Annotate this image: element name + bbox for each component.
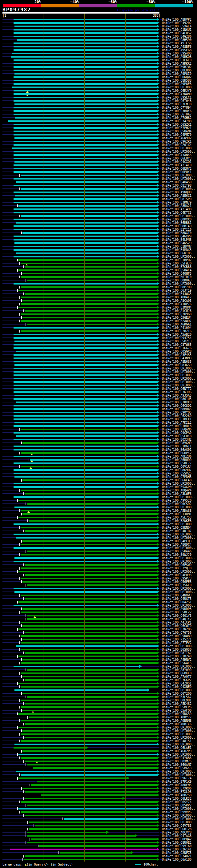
alignment-arrow-icon[interactable]	[106, 831, 109, 834]
alignment-arrow-icon[interactable]	[157, 804, 159, 807]
subject-label[interactable]: UniRef100_Q28ZI6	[162, 330, 192, 333]
alignment-bar[interactable]	[19, 571, 157, 572]
alignment-arrow-icon[interactable]	[157, 719, 159, 722]
subject-label[interactable]: UniRef100_Q5SVZ5	[162, 472, 192, 475]
alignment-arrow-icon[interactable]	[157, 455, 159, 458]
alignment-bar[interactable]	[21, 188, 157, 190]
subject-label[interactable]: UniRef100_A8CA03	[162, 299, 192, 302]
subject-label[interactable]: UniRef100_C6JT19	[162, 289, 192, 292]
subject-label[interactable]: UniRef100_A0BNM8	[162, 719, 192, 722]
alignment-arrow-icon[interactable]	[157, 509, 159, 512]
alignment-bar[interactable]	[13, 90, 157, 91]
subject-label[interactable]: UniRef100_Q90YQ5	[162, 411, 192, 414]
alignment-arrow-icon[interactable]	[157, 126, 159, 129]
alignment-bar[interactable]	[16, 771, 157, 772]
subject-label[interactable]: UniRef100_UPI000..	[162, 753, 195, 756]
alignment-arrow-icon[interactable]	[157, 505, 159, 509]
alignment-arrow-icon[interactable]	[157, 624, 159, 627]
alignment-bar[interactable]	[21, 320, 157, 322]
alignment-arrow-icon[interactable]	[157, 716, 159, 719]
alignment-bar[interactable]	[14, 476, 157, 477]
alignment-arrow-icon[interactable]	[157, 65, 159, 68]
alignment-arrow-icon[interactable]	[157, 526, 159, 529]
alignment-bar[interactable]	[14, 557, 157, 559]
alignment-bar[interactable]	[23, 787, 157, 789]
alignment-bar[interactable]	[13, 469, 157, 471]
subject-label[interactable]: UniRef100_UPI000..	[162, 729, 195, 733]
subject-label[interactable]: UniRef100_UPI000..	[162, 736, 195, 739]
alignment-arrow-icon[interactable]	[157, 699, 159, 702]
alignment-arrow-icon[interactable]	[157, 221, 159, 224]
subject-label[interactable]: UniRef100_A8N6S5	[162, 360, 192, 363]
alignment-bar[interactable]	[14, 242, 157, 244]
alignment-arrow-icon[interactable]	[157, 519, 159, 522]
alignment-arrow-icon[interactable]	[157, 424, 159, 427]
alignment-bar[interactable]	[23, 300, 157, 302]
alignment-arrow-icon[interactable]	[157, 428, 159, 431]
subject-label[interactable]: UniRef100_C5MFP6	[162, 706, 192, 709]
alignment-arrow-icon[interactable]	[157, 191, 159, 194]
subject-label[interactable]: UniRef100_A2I498	[162, 208, 192, 211]
alignment-arrow-icon[interactable]	[157, 584, 159, 587]
alignment-arrow-icon[interactable]	[157, 658, 159, 661]
alignment-arrow-icon[interactable]	[157, 594, 159, 597]
alignment-arrow-icon[interactable]	[157, 174, 159, 177]
subject-label[interactable]: UniRef100_Q2NFZ3	[162, 851, 192, 855]
alignment-arrow-icon[interactable]	[157, 69, 159, 72]
subject-label[interactable]: UniRef100_Q4PFQ3	[162, 539, 192, 543]
subject-label[interactable]: UniRef100_Q8SRP2	[162, 804, 192, 807]
alignment-arrow-icon[interactable]	[157, 163, 159, 166]
subject-label[interactable]: UniRef100_B7GB86	[162, 265, 192, 269]
subject-label[interactable]: UniRef100_Q3HRY6	[162, 109, 192, 113]
alignment-arrow-icon[interactable]	[157, 319, 159, 322]
subject-label[interactable]: UniRef100_C1BPU2	[162, 258, 192, 262]
alignment-arrow-icon[interactable]	[157, 404, 159, 407]
alignment-bar[interactable]	[19, 754, 157, 755]
alignment-arrow-icon[interactable]	[157, 820, 159, 824]
alignment-arrow-icon[interactable]	[157, 394, 159, 397]
subject-label[interactable]: UniRef100_UPI000..	[162, 177, 195, 180]
subject-label[interactable]: UniRef100_O94754	[162, 336, 192, 340]
alignment-arrow-icon[interactable]	[157, 136, 159, 140]
alignment-arrow-icon[interactable]	[157, 550, 159, 553]
alignment-arrow-icon[interactable]	[157, 18, 159, 21]
alignment-bar[interactable]	[16, 537, 157, 538]
subject-label[interactable]: UniRef100_Q4H450	[162, 180, 192, 184]
subject-label[interactable]: UniRef100_C9SP73	[162, 577, 192, 580]
alignment-arrow-icon[interactable]	[157, 306, 159, 309]
subject-label[interactable]: UniRef100_UPI000..	[162, 174, 195, 177]
alignment-arrow-icon[interactable]	[157, 838, 159, 841]
subject-label[interactable]: UniRef100_Q962R1	[162, 140, 192, 143]
subject-label[interactable]: UniRef100_B4KS29	[162, 241, 192, 245]
subject-label[interactable]: UniRef100_A5DAS8	[162, 509, 192, 513]
alignment-arrow-icon[interactable]	[157, 773, 159, 776]
subject-label[interactable]: UniRef100_Q0PXX0	[162, 218, 192, 221]
subject-label[interactable]: UniRef100_UPI000..	[162, 214, 195, 218]
alignment-bar[interactable]	[19, 259, 157, 261]
alignment-arrow-icon[interactable]	[157, 824, 159, 827]
alignment-arrow-icon[interactable]	[157, 353, 159, 356]
alignment-arrow-icon[interactable]	[157, 475, 159, 478]
alignment-bar[interactable]	[14, 364, 157, 366]
alignment-bar[interactable]	[27, 805, 157, 806]
alignment-bar[interactable]	[21, 595, 157, 596]
alignment-arrow-icon[interactable]	[157, 645, 159, 648]
subject-label[interactable]: UniRef100_A9P8I9	[162, 72, 192, 75]
alignment-bar[interactable]	[21, 757, 157, 759]
alignment-bar[interactable]	[13, 449, 157, 451]
alignment-bar[interactable]	[21, 612, 157, 613]
alignment-arrow-icon[interactable]	[157, 780, 159, 783]
alignment-arrow-icon[interactable]	[157, 363, 159, 366]
alignment-bar[interactable]	[13, 425, 157, 427]
subject-label[interactable]: UniRef100_Q5CUK8	[162, 434, 192, 438]
alignment-arrow-icon[interactable]	[157, 621, 159, 624]
alignment-bar[interactable]	[64, 818, 157, 820]
alignment-bar[interactable]	[13, 144, 157, 146]
alignment-bar[interactable]	[15, 195, 157, 196]
alignment-arrow-icon[interactable]	[157, 529, 159, 532]
alignment-arrow-icon[interactable]	[157, 75, 159, 79]
alignment-arrow-icon[interactable]	[157, 356, 159, 360]
alignment-arrow-icon[interactable]	[157, 858, 159, 861]
alignment-arrow-icon[interactable]	[157, 157, 159, 160]
alignment-bar[interactable]	[13, 405, 157, 406]
